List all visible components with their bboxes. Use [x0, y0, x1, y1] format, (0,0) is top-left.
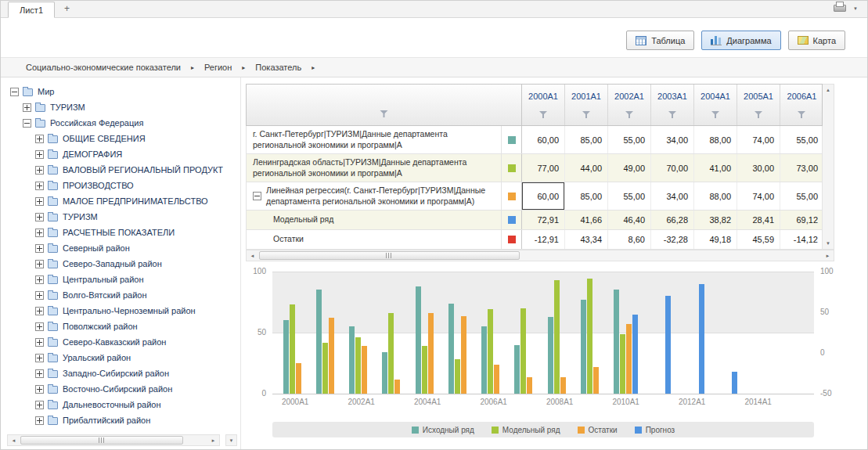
tree-item[interactable]: Северо-Кавказский район — [9, 334, 223, 350]
legend-item[interactable]: Прогноз — [635, 426, 675, 434]
tree-item[interactable]: Прибалтийский район — [9, 412, 223, 428]
tree-item[interactable]: Поволжский район — [9, 319, 223, 334]
tree-item[interactable]: ТУРИЗМ — [9, 99, 223, 115]
column-header[interactable]: 2000A1 — [522, 85, 565, 125]
bar[interactable] — [494, 365, 499, 394]
value-cell[interactable]: 85,00 — [565, 126, 608, 153]
breadcrumb-item[interactable]: Социально-экономические показатели — [26, 63, 181, 72]
bar[interactable] — [514, 345, 520, 394]
bar[interactable] — [362, 346, 367, 394]
column-header[interactable]: 2006A1 — [780, 85, 823, 125]
filter-icon[interactable] — [380, 110, 388, 118]
collapse-icon[interactable] — [253, 192, 261, 200]
expand-icon[interactable] — [35, 229, 44, 237]
value-cell[interactable]: 55,00 — [608, 182, 651, 210]
expand-icon[interactable] — [35, 275, 44, 284]
bar[interactable] — [732, 372, 737, 394]
scroll-up-icon[interactable] — [823, 85, 834, 95]
tree-item[interactable]: Центрально-Черноземный район — [9, 303, 223, 319]
column-header[interactable]: 2003A1 — [651, 85, 694, 125]
scrollbar-thumb[interactable] — [259, 251, 520, 260]
bar[interactable] — [422, 346, 427, 394]
bar[interactable] — [488, 309, 493, 394]
add-sheet-button[interactable]: + — [64, 5, 70, 13]
bar[interactable] — [593, 367, 599, 394]
expand-icon[interactable] — [35, 416, 44, 425]
tree-item[interactable]: ТУРИЗМ — [9, 209, 223, 225]
expand-icon[interactable] — [35, 369, 44, 378]
bar[interactable] — [416, 286, 421, 394]
value-cell[interactable]: 43,34 — [565, 230, 608, 249]
value-cell[interactable]: 34,00 — [651, 182, 694, 210]
dropdown-caret-icon[interactable] — [853, 0, 858, 13]
column-header[interactable]: 2005A1 — [737, 85, 780, 125]
value-cell[interactable]: 74,00 — [737, 126, 780, 153]
selected-value-cell[interactable]: 60,00 — [522, 182, 565, 210]
value-cell[interactable]: 28,41 — [737, 211, 780, 229]
value-cell[interactable]: 74,00 — [737, 182, 780, 210]
value-cell[interactable]: -14,12 — [780, 230, 823, 249]
bar[interactable] — [481, 326, 487, 394]
value-cell[interactable]: 46,40 — [608, 211, 651, 229]
legend-item[interactable]: Остатки — [578, 426, 618, 434]
tree-item[interactable]: ДЕМОГРАФИЯ — [9, 146, 223, 162]
column-header[interactable]: 2004A1 — [694, 85, 737, 125]
bar[interactable] — [382, 352, 387, 394]
scroll-down-icon[interactable] — [823, 238, 834, 249]
bar[interactable] — [329, 318, 334, 394]
bar[interactable] — [322, 343, 328, 394]
value-cell[interactable]: 88,00 — [694, 182, 737, 210]
value-cell[interactable]: 72,91 — [522, 211, 565, 229]
bar[interactable] — [394, 380, 400, 394]
scroll-right-icon[interactable] — [822, 250, 834, 261]
value-cell[interactable]: 49,00 — [608, 154, 651, 182]
row-label-cell[interactable]: Модельный ряд — [247, 211, 502, 229]
tree-item[interactable]: Западно-Сибирский район — [9, 365, 223, 381]
row-label-cell[interactable]: Остатки — [247, 230, 502, 249]
map-view-button[interactable]: Карта — [788, 31, 845, 50]
filter-icon[interactable] — [539, 110, 548, 119]
column-header[interactable]: 2002A1 — [608, 85, 651, 125]
bar[interactable] — [614, 290, 619, 394]
bar[interactable] — [296, 363, 301, 394]
scrollbar-track[interactable] — [20, 435, 207, 445]
bar[interactable] — [290, 304, 295, 394]
bar[interactable] — [455, 359, 460, 394]
expand-icon[interactable] — [35, 385, 44, 394]
filter-icon[interactable] — [625, 110, 634, 119]
row-label-cell[interactable]: Линейная регрессия(г. Санкт-Петербург|ТУ… — [247, 182, 502, 210]
value-cell[interactable]: 60,00 — [522, 126, 565, 153]
tree-item[interactable]: ОБЩИЕ СВЕДЕНИЯ — [9, 131, 223, 146]
bar[interactable] — [581, 300, 586, 394]
bar[interactable] — [283, 320, 289, 394]
value-cell[interactable]: 38,82 — [694, 211, 737, 229]
bar[interactable] — [461, 316, 466, 394]
value-cell[interactable]: 34,00 — [651, 126, 694, 153]
printer-icon[interactable] — [834, 2, 846, 12]
value-cell[interactable]: 66,28 — [651, 211, 694, 229]
value-cell[interactable]: -32,28 — [651, 230, 694, 249]
sheet-tab[interactable]: Лист1 — [8, 2, 55, 18]
filter-icon[interactable] — [711, 110, 720, 119]
scroll-down-icon[interactable] — [225, 434, 237, 446]
value-cell[interactable]: 69,12 — [780, 211, 823, 229]
breadcrumb-item[interactable]: Регион — [204, 63, 232, 72]
value-cell[interactable]: 70,00 — [651, 154, 694, 182]
bar[interactable] — [626, 324, 632, 394]
tree-item[interactable]: ПРОИЗВОДСТВО — [9, 178, 223, 193]
bar-chart-view-button[interactable]: Диаграмма — [701, 31, 780, 50]
bar[interactable] — [520, 308, 526, 394]
value-cell[interactable]: 77,00 — [522, 154, 565, 182]
legend-item[interactable]: Исходный ряд — [412, 426, 474, 434]
row-label-cell[interactable]: г. Санкт-Петербург|ТУРИЗМ|Данные департа… — [247, 126, 502, 153]
value-cell[interactable]: 45,59 — [737, 230, 780, 249]
value-cell[interactable]: 55,00 — [780, 126, 823, 153]
filter-icon[interactable] — [798, 110, 806, 119]
bar[interactable] — [587, 279, 592, 394]
filter-icon[interactable] — [582, 110, 591, 119]
bar[interactable] — [527, 377, 532, 394]
expand-icon[interactable] — [35, 401, 44, 409]
tree-item[interactable]: Восточно-Сибирский район — [9, 381, 223, 397]
expand-icon[interactable] — [35, 307, 44, 315]
table-horizontal-scrollbar[interactable] — [246, 250, 834, 261]
